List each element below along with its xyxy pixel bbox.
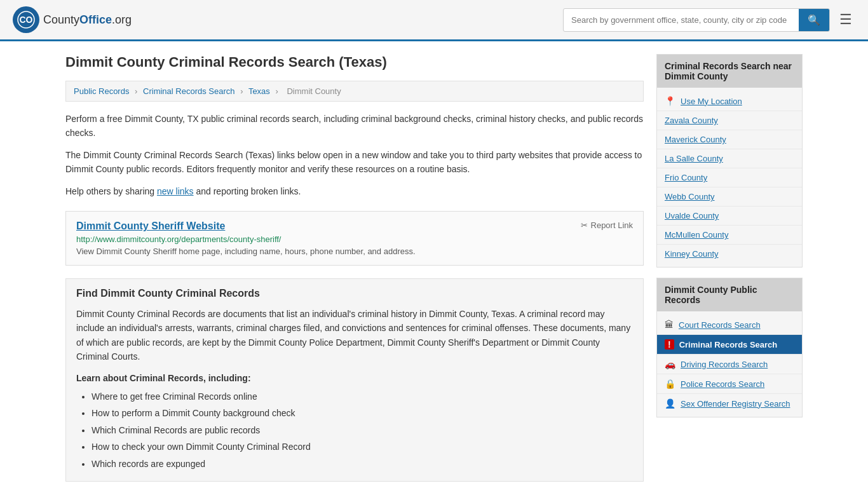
resource-url[interactable]: http://www.dimmitcounty.org/departments/… <box>76 234 633 244</box>
nearby-links: 📍 Use My Location Zavala CountyMaverick … <box>657 88 802 267</box>
svg-text:CO: CO <box>20 15 33 25</box>
nearby-county-link[interactable]: La Salle County <box>665 154 723 163</box>
public-records-links: 🏛Court Records Search!Criminal Records S… <box>657 311 802 417</box>
resource-desc: View Dimmit County Sheriff home page, in… <box>76 247 633 256</box>
public-record-link[interactable]: Court Records Search <box>679 320 761 330</box>
menu-icon[interactable]: ☰ <box>836 8 855 31</box>
logo-icon: CO <box>13 6 39 33</box>
public-record-icon: 🏛 <box>665 320 674 330</box>
page-title: Dimmit County Criminal Records Search (T… <box>65 54 644 71</box>
resource-title[interactable]: Dimmit County Sheriff Website <box>76 220 225 232</box>
learn-list-item: Which records are expunged <box>92 456 633 473</box>
logo[interactable]: CO CountyOffice.org <box>13 6 132 33</box>
logo-text: CountyOffice.org <box>43 13 132 27</box>
public-record-link[interactable]: Driving Records Search <box>681 360 768 369</box>
nearby-county-item[interactable]: McMullen County <box>657 226 802 245</box>
search-input[interactable] <box>564 10 799 30</box>
public-record-item[interactable]: 🏛Court Records Search <box>657 315 802 335</box>
public-record-icon: ! <box>665 339 674 349</box>
public-record-link[interactable]: Criminal Records Search <box>679 340 778 349</box>
sidebar: Criminal Records Search near Dimmit Coun… <box>656 54 803 482</box>
public-record-item[interactable]: 🚗Driving Records Search <box>657 355 802 374</box>
public-record-icon: 🔒 <box>665 379 675 389</box>
search-box: 🔍 <box>563 8 830 32</box>
public-record-link[interactable]: Police Records Search <box>681 379 764 389</box>
nearby-county-item[interactable]: Webb County <box>657 187 802 207</box>
public-record-link[interactable]: Sex Offender Registry Search <box>681 399 790 409</box>
content-area: Dimmit County Criminal Records Search (T… <box>65 54 644 482</box>
public-record-icon: 👤 <box>665 398 675 409</box>
intro-paragraph-1: Perform a free Dimmit County, TX public … <box>65 112 644 140</box>
breadcrumb-criminal-records[interactable]: Criminal Records Search <box>143 86 235 96</box>
location-icon: 📍 <box>665 96 675 106</box>
nearby-county-link[interactable]: Kinney County <box>665 249 719 259</box>
public-records-title: Dimmit County Public Records <box>657 278 802 311</box>
search-nav: 🔍 ☰ <box>563 8 855 32</box>
nearby-county-link[interactable]: Zavala County <box>665 116 718 125</box>
report-icon: ✂ <box>581 220 588 230</box>
breadcrumb-public-records[interactable]: Public Records <box>74 86 129 96</box>
public-records-section: Dimmit County Public Records 🏛Court Reco… <box>656 278 803 417</box>
nearby-county-link[interactable]: Maverick County <box>665 135 726 144</box>
learn-title: Learn about Criminal Records, including: <box>76 373 633 383</box>
main-container: Dimmit County Criminal Records Search (T… <box>53 41 815 488</box>
use-location-item[interactable]: 📍 Use My Location <box>657 92 802 111</box>
learn-list-item: How to check your own Dimmit County Crim… <box>92 438 633 456</box>
nearby-county-item[interactable]: Maverick County <box>657 130 802 149</box>
learn-list-item: Which Criminal Records are public record… <box>92 422 633 439</box>
nearby-county-item[interactable]: Kinney County <box>657 245 802 263</box>
nearby-county-item[interactable]: Zavala County <box>657 111 802 130</box>
breadcrumb: Public Records › Criminal Records Search… <box>65 81 644 102</box>
nearby-county-link[interactable]: Uvalde County <box>665 211 719 220</box>
learn-list-item: How to perform a Dimmit County backgroun… <box>92 405 633 422</box>
intro-paragraph-2: The Dimmit County Criminal Records Searc… <box>65 148 644 177</box>
breadcrumb-current: Dimmit County <box>287 86 341 96</box>
find-title: Find Dimmit County Criminal Records <box>76 288 633 299</box>
nearby-county-link[interactable]: Frio County <box>665 173 707 182</box>
nearby-section: Criminal Records Search near Dimmit Coun… <box>656 54 803 268</box>
public-record-item[interactable]: !Criminal Records Search <box>657 335 802 355</box>
new-links-link[interactable]: new links <box>157 186 194 196</box>
intro-paragraph-3: Help others by sharing new links and rep… <box>65 184 644 198</box>
report-label: Report Link <box>591 220 633 230</box>
nearby-county-item[interactable]: Uvalde County <box>657 207 802 226</box>
public-record-icon: 🚗 <box>665 359 675 369</box>
nearby-title: Criminal Records Search near Dimmit Coun… <box>657 55 802 88</box>
nearby-county-link[interactable]: Webb County <box>665 192 715 201</box>
public-record-item[interactable]: 🔒Police Records Search <box>657 374 802 394</box>
resource-card-header: Dimmit County Sheriff Website ✂ Report L… <box>76 220 633 232</box>
public-record-item[interactable]: 👤Sex Offender Registry Search <box>657 394 802 413</box>
use-location-link[interactable]: Use My Location <box>681 97 742 106</box>
search-button[interactable]: 🔍 <box>799 9 829 31</box>
find-section: Find Dimmit County Criminal Records Dimm… <box>65 278 644 482</box>
nearby-county-item[interactable]: La Salle County <box>657 149 802 168</box>
breadcrumb-texas[interactable]: Texas <box>248 86 270 96</box>
nearby-county-item[interactable]: Frio County <box>657 168 802 187</box>
learn-list: Where to get free Criminal Records onlin… <box>76 388 633 473</box>
site-header: CO CountyOffice.org 🔍 ☰ <box>0 0 868 41</box>
resource-card: Dimmit County Sheriff Website ✂ Report L… <box>65 211 644 266</box>
report-link[interactable]: ✂ Report Link <box>581 220 633 230</box>
find-body: Dimmit County Criminal Records are docum… <box>76 307 633 364</box>
learn-list-item: Where to get free Criminal Records onlin… <box>92 388 633 405</box>
nearby-county-link[interactable]: McMullen County <box>665 230 728 240</box>
